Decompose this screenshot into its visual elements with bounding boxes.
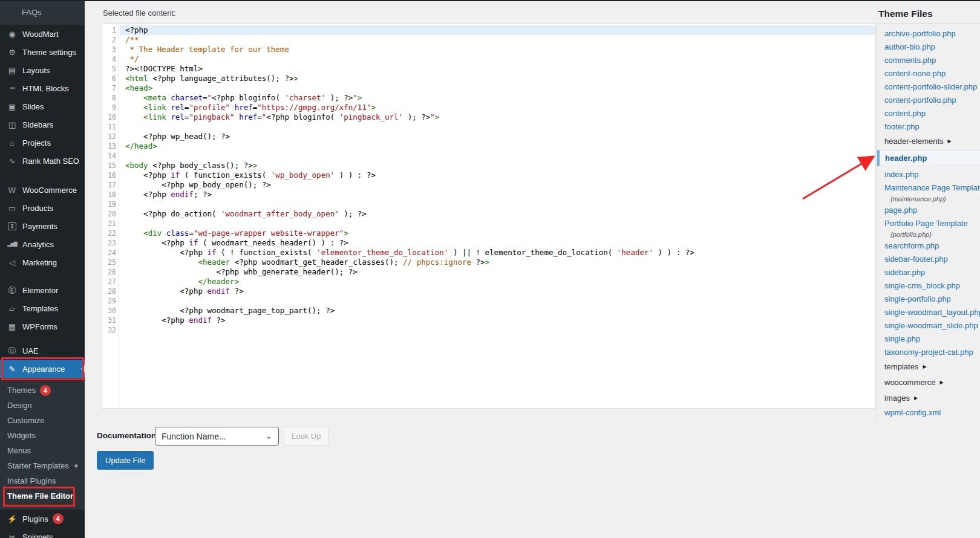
- theme-file-single-woodmart_slide.php[interactable]: single-woodmart_slide.php: [877, 319, 980, 332]
- sidebar-item-starter-templates[interactable]: Starter Templates✦: [0, 458, 85, 473]
- count-badge: 4: [40, 385, 51, 396]
- sidebar-item-label: Design: [7, 401, 31, 410]
- theme-file-single.php[interactable]: single.php: [877, 332, 980, 345]
- theme-folder-woocommerce[interactable]: woocommerce▶: [877, 374, 980, 390]
- sidebar-item-elementor[interactable]: ⒺElementor: [0, 281, 85, 299]
- chevron-down-icon: ⌄: [265, 434, 272, 438]
- sidebar-item-products[interactable]: ▭Products: [0, 199, 85, 217]
- theme-folder-images[interactable]: images▶: [877, 390, 980, 406]
- sidebar-item-projects[interactable]: ⌂Projects: [0, 134, 85, 152]
- theme-file-single-cms_block.php[interactable]: single-cms_block.php: [877, 279, 980, 292]
- sidebar-item-snippets[interactable]: ✂Snippets: [0, 528, 85, 538]
- code-line: 32: [102, 325, 875, 335]
- theme-file-sidebar-footer.php[interactable]: sidebar-footer.php: [877, 252, 980, 265]
- sidebar-item-label: Appearance: [22, 365, 65, 374]
- chevron-right-icon: ▶: [914, 395, 918, 401]
- folder-icon: ▱: [6, 305, 18, 313]
- layers-icon: ▤: [6, 66, 18, 74]
- theme-file-author-bio.php[interactable]: author-bio.php: [877, 40, 980, 53]
- theme-file-footer.php[interactable]: footer.php: [877, 120, 980, 133]
- code-line: 13</head>: [102, 141, 875, 151]
- line-number: 24: [102, 248, 116, 258]
- sidebar-item-layouts[interactable]: ▤Layouts: [0, 61, 85, 79]
- sidebar-item-html-blocks[interactable]: </>HTML Blocks: [0, 79, 85, 97]
- sidebar-item-sidebars[interactable]: ◫Sidebars: [0, 115, 85, 134]
- sidebar-item-design[interactable]: Design: [0, 398, 85, 413]
- sidebar-item-appearance[interactable]: ✎Appearance: [0, 360, 85, 378]
- sidebar-item-label: Widgets: [7, 431, 36, 440]
- sidebar-item-label: Menus: [7, 446, 31, 455]
- sidebar-item-wpforms[interactable]: ▦WPForms: [0, 317, 85, 335]
- sidebar-item-marketing[interactable]: ◁Marketing: [0, 253, 85, 271]
- code-line: 24 <?php if ( ! function_exists( 'elemen…: [102, 248, 875, 258]
- sidebar-item-widgets[interactable]: Widgets: [0, 428, 85, 443]
- sidebar-item-menus[interactable]: Menus: [0, 443, 85, 458]
- line-number: 10: [102, 112, 116, 122]
- theme-file-content-portfolio-slider.php[interactable]: content-portfolio-slider.php: [877, 80, 980, 93]
- line-number: 29: [102, 296, 116, 306]
- sidebar-item-woocommerce[interactable]: WWooCommerce: [0, 181, 85, 199]
- sidebar-item-uae[interactable]: ⓊUAE: [0, 342, 85, 360]
- code-line: 16 <?php if ( function_exists( 'wp_body_…: [102, 170, 875, 180]
- theme-file-content.php[interactable]: content.php: [877, 106, 980, 120]
- folder-label: woocommerce: [884, 378, 936, 387]
- theme-file-taxonomy-project-cat.php[interactable]: taxonomy-project-cat.php: [877, 345, 980, 358]
- theme-file-searchform.php[interactable]: searchform.php: [877, 239, 980, 252]
- theme-file-single-portfolio.php[interactable]: single-portfolio.php: [877, 292, 980, 305]
- theme-file-Portfolio Page Template[interactable]: Portfolio Page Template: [877, 216, 980, 230]
- line-number: 28: [102, 287, 116, 296]
- theme-file-index.php[interactable]: index.php: [877, 167, 980, 181]
- admin-bar-remnant: [0, 0, 980, 1]
- theme-file-sidebar.php[interactable]: sidebar.php: [877, 265, 980, 279]
- sparkle-icon: ✦: [73, 462, 79, 470]
- sidebar-item-rank-math-seo[interactable]: ∿Rank Math SEO: [0, 152, 85, 170]
- sidebar-item-label: Customize: [7, 416, 44, 425]
- sidebar-item-slides[interactable]: ▣Slides: [0, 97, 85, 115]
- theme-folder-header-elements[interactable]: header-elements▶: [877, 133, 980, 149]
- update-file-button[interactable]: Update File: [97, 451, 154, 470]
- theme-file-wpml-config.xml[interactable]: wpml-config.xml: [877, 406, 980, 419]
- code-line: 27 </header>: [102, 277, 875, 287]
- admin-sidebar: FAQs◉WoodMart⚙Theme settings▤Layouts</>H…: [0, 0, 85, 538]
- sidebar-item-templates[interactable]: ▱Templates: [0, 299, 85, 317]
- chevron-right-icon: ▶: [923, 364, 926, 369]
- sidebar-item-label: Analytics: [22, 240, 54, 249]
- line-number: 23: [102, 238, 116, 248]
- sidebar-item-install-plugins[interactable]: Install Plugins: [0, 473, 85, 488]
- theme-file-comments.php[interactable]: comments.php: [877, 53, 980, 66]
- theme-file-single-woodmart_layout.php[interactable]: single-woodmart_layout.php: [877, 305, 980, 319]
- sidebar-item-customize[interactable]: Customize: [0, 413, 85, 428]
- code-line: 20 <?php do_action( 'woodmart_after_body…: [102, 209, 875, 219]
- sidebar-item-payments[interactable]: $Payments: [0, 217, 85, 235]
- theme-file-content-none.php[interactable]: content-none.php: [877, 66, 980, 80]
- theme-file-archive-portfolio.php[interactable]: archive-portfolio.php: [877, 27, 980, 40]
- sidebar-item-theme-settings[interactable]: ⚙Theme settings: [0, 43, 85, 61]
- line-number: 17: [102, 180, 116, 190]
- theme-folder-templates[interactable]: templates▶: [877, 358, 980, 374]
- sidebar-item-analytics[interactable]: ▂▅▇Analytics: [0, 235, 85, 253]
- chevron-right-icon: ▶: [940, 380, 944, 385]
- theme-file-content-portfolio.php[interactable]: content-portfolio.php: [877, 93, 980, 106]
- sidebar-item-label: WoodMart: [22, 30, 59, 39]
- documentation-select-value: Function Name...: [162, 432, 226, 441]
- theme-file-page.php[interactable]: page.php: [877, 203, 980, 216]
- line-number: 2: [102, 35, 116, 45]
- theme-file-header.php[interactable]: header.php: [877, 150, 980, 166]
- sidebar-item-themes[interactable]: Themes4: [0, 383, 85, 398]
- code-line: 28 <?php endif ?>: [102, 287, 875, 296]
- sidebar-item-woodmart[interactable]: ◉WoodMart: [0, 25, 85, 43]
- sidebar-item-plugins[interactable]: ⚡Plugins4: [0, 510, 85, 528]
- code-editor[interactable]: 1<?php2/**3 * The Header template for ou…: [102, 23, 876, 409]
- dollar-box-icon: $: [6, 224, 18, 229]
- line-number: 11: [102, 122, 116, 132]
- line-number: 31: [102, 316, 116, 325]
- documentation-select[interactable]: Function Name... ⌄: [155, 427, 279, 446]
- sidebar-item-label: Payments: [22, 222, 57, 231]
- code-lines: 1<?php2/**3 * The Header template for ou…: [102, 25, 875, 335]
- sidebar-item-label: Starter Templates: [7, 461, 69, 470]
- sidebar-item-faqs[interactable]: FAQs: [0, 5, 85, 20]
- theme-file-Maintenance Page Template[interactable]: Maintenance Page Template: [877, 181, 980, 194]
- lookup-button[interactable]: Look Up: [284, 427, 328, 446]
- sidebar-item-theme-file-editor[interactable]: Theme File Editor: [0, 488, 85, 504]
- line-number: 4: [102, 54, 116, 64]
